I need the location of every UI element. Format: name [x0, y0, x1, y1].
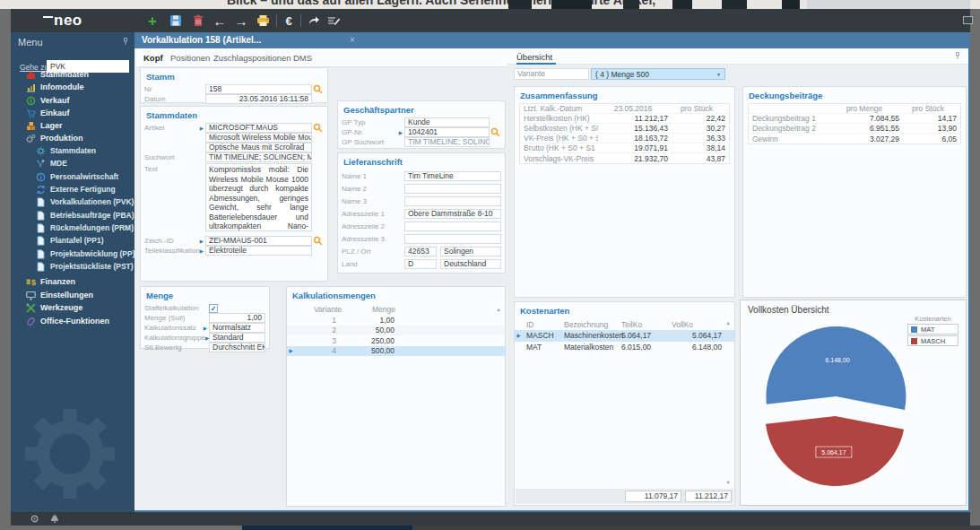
scroll-up-icon[interactable]: ▲ [726, 320, 731, 326]
row-selector-icon: ▶ [515, 333, 523, 338]
sidebar-item-werkzeuge[interactable]: Werkzeuge [26, 301, 82, 314]
plz-field[interactable]: 42653 [404, 247, 437, 256]
kalkmenge-row[interactable]: 250,00 [287, 326, 505, 336]
search-icon[interactable] [313, 84, 323, 94]
bezeichnung1-field[interactable]: Microsoft Wireless Mobile Mouse [205, 133, 312, 143]
legend-swatch-icon [911, 326, 917, 333]
menge-soll-field[interactable]: 1,00 [209, 313, 265, 323]
print-button[interactable] [254, 12, 272, 30]
tab-dms[interactable]: DMS [293, 53, 312, 63]
adresszeile3-field[interactable] [404, 234, 501, 244]
new-button[interactable]: + [143, 12, 161, 30]
teileklassifikation-field[interactable]: Elektroteile [205, 246, 312, 256]
artikel-field[interactable]: MICROSOFT.MAUS [205, 123, 312, 133]
kalkmenge-row[interactable]: 11,00 [287, 315, 505, 326]
restore-window-button[interactable] [963, 16, 973, 24]
ort-field[interactable]: Solingen [440, 247, 501, 256]
adresszeile2-field[interactable] [404, 222, 501, 231]
menge-panel: Menge Staffelkalkulation ✓ Menge (Soll) … [140, 286, 270, 349]
kalkmenge-row[interactable]: 3250,00 [287, 335, 505, 346]
tab-uebersicht[interactable]: Übersicht [516, 52, 552, 62]
kostenart-row-selected[interactable]: ▶ MASCH Maschinenkosten 5.064,17 5.064,1… [515, 330, 734, 342]
adresszeile1-field[interactable]: Obere Dammstraße 8-10 [404, 209, 501, 219]
kalkulationsgruppe-row: Kalkulationsgruppe▶ Standard [141, 333, 269, 343]
scroll-up-icon[interactable]: ▲ [497, 307, 501, 312]
pin-icon[interactable] [954, 52, 961, 60]
kostenart-row[interactable]: MAT Materialkosten 6.015,00 6.148,00 [515, 342, 734, 353]
toolbar: neo + ← → € [11, 9, 970, 32]
forward-button[interactable]: → [232, 12, 250, 30]
variante-dropdown[interactable]: ( 4 ) Menge 500 ▼ [591, 68, 725, 80]
zeichid-field[interactable]: ZEI-MMAUS-001 [205, 236, 312, 246]
share-button[interactable] [305, 12, 323, 30]
background-window-fragment [508, 0, 532, 9]
sidebar-item-produktion-stammdaten[interactable]: Stammdaten [36, 144, 96, 157]
sign-document-button[interactable] [325, 12, 343, 30]
sidebar-item-einstellungen[interactable]: Einstellungen [26, 289, 93, 301]
sidebar-item-projektstueckliste-pst[interactable]: Projektstückliste (PST) [36, 260, 134, 273]
sidebar-item-vorkalkulationen-pvk[interactable]: Vorkalkulationen (PVK) [36, 195, 134, 208]
land-field[interactable]: Deutschland [440, 259, 501, 269]
staffelkalkulation-checkbox[interactable]: ✓ [209, 304, 218, 313]
search-icon[interactable] [490, 127, 500, 137]
close-icon[interactable]: × [350, 35, 355, 45]
document-icon [36, 211, 46, 221]
land-code-field[interactable]: D [404, 259, 437, 269]
bezeichnung2-field[interactable]: Optische Maus mit Scrollrad [205, 143, 312, 152]
background-window-fragment [551, 0, 592, 9]
kalkmenge-row-selected[interactable]: ▶4500,00 [287, 346, 505, 357]
sidebar-item-personalwirtschaft[interactable]: Personalwirtschaft [36, 170, 118, 183]
sidebar-item-stammdaten[interactable]: Stammdaten [26, 68, 89, 81]
search-icon[interactable] [313, 123, 323, 133]
name2-field[interactable] [404, 184, 501, 194]
zusammenfassung-title: Zusammenfassung [515, 87, 734, 103]
sidebar-item-plantafel-pp1[interactable]: Plantafel (PP1) [36, 234, 104, 247]
pin-icon[interactable] [122, 38, 129, 46]
sidebar-item-betriebsauftraege-pba[interactable]: Betriebsaufträge (PBA) [36, 209, 134, 222]
suchwort-field[interactable]: TIM TIMELINE; SOLINGEN; MICROSOFT W [205, 152, 312, 162]
sum-vollko: 11.212,17 [685, 491, 732, 502]
sidebar-item-externe-fertigung[interactable]: Externe Fertigung [36, 183, 116, 195]
sidebar-item-verkauf[interactable]: Verkauf [26, 94, 70, 107]
gp-suchwort-field[interactable]: TIM TIMELINE; SOLINGEN [404, 137, 490, 147]
search-icon[interactable] [313, 236, 323, 246]
gp-nr-field[interactable]: 1042401 [404, 127, 490, 137]
gp-suchwort-row: GP Suchwort TIM TIMELINE; SOLINGEN [338, 137, 505, 147]
sidebar-item-mde[interactable]: MDE [36, 157, 67, 169]
sidebar-item-lager[interactable]: Lager [26, 119, 63, 132]
stlbewertg-row: StLBewertg Durchschnitt EK [141, 343, 269, 352]
sidebar-item-office-funktionen[interactable]: Office-Funktionen [26, 315, 109, 327]
sidebar-item-einkauf[interactable]: Einkauf [26, 107, 70, 119]
sidebar-item-finanzen[interactable]: $ Finanzen [26, 275, 75, 288]
back-button[interactable]: ← [211, 12, 229, 30]
record-status-icon[interactable] [30, 515, 39, 523]
sidebar-item-rueckmeldungen-prm[interactable]: Rückmeldungen (PRM) [36, 222, 134, 234]
uebersicht-tabstrip: Übersicht [507, 48, 968, 65]
sidebar-item-infomodule[interactable]: Infomodule [26, 81, 84, 93]
sidebar-item-projektabwicklung-pp[interactable]: Projektabwicklung (PP) [36, 248, 134, 260]
tab-zuschlagspositionen[interactable]: Zuschlagspositionen [213, 53, 291, 63]
tab-kopf[interactable]: Kopf [143, 53, 163, 63]
stlbewertg-field[interactable]: Durchschnitt EK [209, 343, 265, 352]
adresszeile1-row: Adresszeile 1 Obere Dammstraße 8-10 [338, 207, 505, 220]
datum-field[interactable]: 23.05.2016 16:11:58 [205, 94, 312, 104]
gp-typ-field[interactable]: Kunde [404, 117, 490, 127]
name2-row: Name 2 [338, 182, 505, 195]
nr-field[interactable]: 158 [205, 84, 312, 94]
bell-icon[interactable] [50, 514, 59, 524]
sidebar-item-produktion[interactable]: Produktion [26, 132, 83, 144]
legend-item-mat: MAT [907, 324, 958, 335]
vorkalkulation-window: Vorkalkulation 158 (Artikel... × Kopf Po… [134, 32, 970, 512]
house-icon [26, 70, 36, 80]
lieferanschrift-title: Lieferanschrift [338, 153, 505, 169]
save-button[interactable] [167, 12, 185, 30]
text-field[interactable]: Kompromisslos mobil: Die Wireless Mobile… [205, 163, 312, 231]
delete-button[interactable] [189, 12, 207, 30]
tab-positionen[interactable]: Positionen [170, 53, 210, 63]
name3-field[interactable] [404, 196, 501, 206]
name1-field[interactable]: Tim TimeLine [404, 171, 501, 181]
scroll-down-icon[interactable]: ▼ [726, 480, 731, 485]
kalkulationssatz-field[interactable]: Normalsatz [209, 323, 265, 333]
euro-button[interactable]: € [280, 12, 298, 30]
kalkulationsgruppe-field[interactable]: Standard [209, 333, 265, 343]
